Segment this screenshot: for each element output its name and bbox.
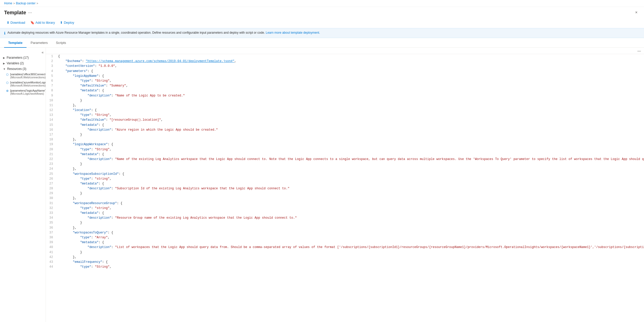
title-menu-icon[interactable]: ··· [28,10,32,15]
info-icon: ℹ [4,31,5,35]
line-content: "logicAppWorkspace": { [56,142,644,147]
line-number: 19 [46,142,56,147]
download-label: Download [10,21,25,24]
close-button[interactable]: × [633,9,640,16]
add-to-library-button[interactable]: 🔖 Add to library [28,19,58,26]
line-content: }, [56,255,644,260]
page-title: Template [4,10,26,16]
line-content: "emailFrequency": { [56,260,644,265]
table-row: 19 "logicAppWorkspace": { [46,142,644,147]
table-row: 22 "description": "Name of the existing … [46,157,644,162]
table-row: 29 } [46,191,644,196]
line-number: 16 [46,128,56,132]
line-number: 17 [46,132,56,137]
line-number: 40 [46,245,56,250]
line-content: } [56,191,644,196]
table-row: 10 } [46,98,644,103]
line-content: } [56,250,644,255]
table-row: 36 }, [46,226,644,230]
table-row: 40 "description": "List of workspaces th… [46,245,644,250]
line-content: "workspacesToQuery": { [56,230,644,235]
sidebar-label-resources: Resources (3) [7,67,26,71]
sidebar-label-logicapp: [parameters('logicAppName')](Microsoft.L… [10,89,46,95]
line-content: "logicAppName": { [56,74,644,79]
line-number: 25 [46,172,56,177]
line-content: "metadata": { [56,181,644,186]
tab-scripts[interactable]: Scripts [52,38,70,48]
download-button[interactable]: ⬇ Download [4,19,28,26]
table-row: 8 "metadata": { [46,88,644,93]
line-content: "defaultValue": "[resourceGroup().locati… [56,118,644,122]
table-row: 3 "contentVersion": "1.0.0.0", [46,64,644,69]
resource-icon-azuremonitor: ⬡ [6,81,9,84]
info-banner: ℹ Automate deploying resources with Azur… [0,28,644,38]
line-number: 24 [46,167,56,171]
expand-icon-parameters: ▶ [3,56,5,59]
line-content: } [56,162,644,167]
breadcrumb-backup-center[interactable]: Backup center [16,2,35,5]
line-number: 3 [46,64,56,69]
table-row: 1{ [46,54,644,59]
code-table: 1{2 "$schema": "https://schema.managemen… [46,54,644,269]
expand-icon-resources: ▼ [3,68,6,70]
minimize-button[interactable]: — [636,48,642,53]
info-text: Automate deploying resources with Azure … [7,31,320,34]
deploy-button[interactable]: ⬆ Deploy [57,19,76,26]
line-number: 41 [46,250,56,255]
resource-icon-logicapp: ⚙ [6,89,9,93]
line-number: 43 [46,260,56,265]
line-number: 15 [46,123,56,128]
line-number: 32 [46,206,56,211]
main-content: « ▶ Parameters (17) ▶ Variables (2) ▼ Re… [0,48,644,322]
line-content: "description": "Subscription Id of the e… [56,186,644,191]
line-number: 37 [46,230,56,235]
sidebar-item-resources[interactable]: ▼ Resources (3) [0,66,46,72]
line-content: "$schema": "https://schema.management.az… [56,59,644,64]
line-number: 14 [46,118,56,122]
line-number: 35 [46,220,56,225]
table-row: 4 "parameters": { [46,69,644,74]
line-content: "type": "string", [56,206,644,211]
table-row: 23 } [46,162,644,167]
sidebar-item-parameters[interactable]: ▶ Parameters (17) [0,55,46,60]
code-editor[interactable]: — 1{2 "$schema": "https://schema.managem… [46,48,644,322]
table-row: 7 "defaultValue": "Summary", [46,83,644,88]
line-content: "type": "String", [56,113,644,118]
line-number: 29 [46,191,56,196]
sidebar-collapse-button[interactable]: « [0,50,46,55]
line-content: "type": "String", [56,147,644,152]
sidebar-label-office365: [variables('office365ConnectionName')](M… [10,73,46,79]
sidebar-item-azuremonitor[interactable]: ⬡ [variables('azureMonitorLogsConn...(Mi… [0,80,46,88]
sidebar-label-parameters: Parameters (17) [7,56,29,59]
line-content: } [56,220,644,225]
breadcrumb-sep1: > [13,2,15,5]
table-row: 20 "type": "String", [46,147,644,152]
sidebar-item-variables[interactable]: ▶ Variables (2) [0,60,46,66]
table-row: 43 "emailFrequency": { [46,260,644,265]
line-content: } [56,132,644,137]
line-number: 44 [46,265,56,269]
line-content: "type": "Array", [56,235,644,240]
line-content: "metadata": { [56,211,644,216]
table-row: 39 "metadata": { [46,240,644,245]
table-row: 31 "workspaceResourceGroup": { [46,201,644,206]
table-row: 12 "location": { [46,108,644,113]
sidebar-label-variables: Variables (2) [7,61,24,65]
table-row: 16 "description": "Azure region in which… [46,128,644,132]
line-number: 13 [46,113,56,118]
tab-parameters[interactable]: Parameters [27,38,52,48]
line-number: 9 [46,93,56,98]
line-content: { [56,54,644,59]
sidebar-item-office365[interactable]: ⬡ [variables('office365ConnectionName')]… [0,72,46,80]
line-content: "type": "String", [56,265,644,269]
info-link[interactable]: Learn more about template deployment. [266,31,320,34]
breadcrumb-home[interactable]: Home [4,2,12,5]
line-content: "description": "Name of the existing Log… [56,157,644,162]
tab-template[interactable]: Template [4,38,27,48]
sidebar-item-logicapp[interactable]: ⚙ [parameters('logicAppName')](Microsoft… [0,88,46,96]
line-content: "description": "Resource Group name of t… [56,216,644,220]
table-row: 30 }, [46,196,644,201]
line-number: 4 [46,69,56,74]
line-number: 42 [46,255,56,260]
download-icon: ⬇ [7,21,9,24]
